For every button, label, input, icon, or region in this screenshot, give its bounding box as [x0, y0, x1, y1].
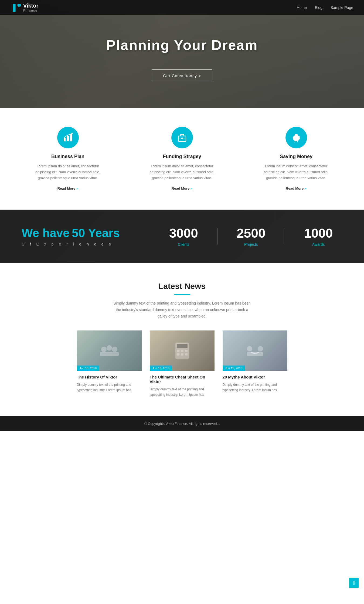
feature-icon-saving: [285, 127, 307, 148]
news-img-0: Jun 15, 2018: [77, 330, 142, 371]
stat-divider-2: [285, 228, 285, 244]
feature-icon-funding: [171, 127, 193, 148]
svg-rect-23: [181, 353, 183, 356]
news-img-1: Jun 15, 2018: [150, 330, 215, 371]
svg-rect-18: [177, 344, 188, 348]
calculator-illustration: [174, 341, 190, 360]
feature-desc-funding: Lorem ipsum dolor sit amet, consectetur …: [147, 163, 217, 181]
stats-left: We have 50 Years O f E x p e r i e n c e…: [22, 226, 144, 246]
read-more-funding[interactable]: Read More: [172, 186, 192, 190]
feature-title-saving: Saving Money: [261, 154, 331, 159]
news-card-title-1: The Ultimate Cheat Sheet On Viktor: [150, 375, 215, 384]
svg-point-13: [101, 347, 107, 352]
svg-rect-19: [177, 350, 179, 352]
nav-links: Home Blog Sample Page: [297, 5, 353, 10]
footer-copyright: © Copyrights ViktorFinance. All rights r…: [5, 422, 359, 426]
stats-years: 50 Years: [72, 226, 120, 240]
news-card-0: Jun 15, 2018 The History Of Viktor Dimpl…: [77, 330, 142, 398]
svg-rect-6: [181, 138, 183, 139]
svg-point-3: [72, 133, 73, 134]
stat-clients: 3000 Clients: [169, 226, 198, 247]
svg-point-15: [112, 347, 117, 352]
stat-clients-label: Clients: [169, 242, 198, 247]
svg-point-26: [258, 346, 263, 352]
svg-rect-27: [247, 352, 263, 356]
news-card-desc-0: Dimply dummy text of the printing and ty…: [77, 382, 142, 393]
svg-line-11: [295, 141, 295, 142]
chart-icon: [63, 132, 73, 143]
news-card-1: Jun 15, 2018 The Ultimate Cheat Sheet On…: [150, 330, 215, 398]
news-card-2: Jun 15, 2018 20 Myths About Viktor Dimpl…: [223, 330, 287, 398]
news-title: Latest News: [16, 282, 348, 291]
nav-home[interactable]: Home: [297, 5, 307, 10]
stats-prefix: We have: [22, 226, 70, 240]
feature-title-business: Business Plan: [33, 154, 103, 159]
hero-title: Planning Your Dream: [106, 37, 258, 53]
read-more-saving[interactable]: Read More: [286, 186, 307, 190]
svg-rect-1: [67, 136, 69, 141]
stat-projects-number: 2500: [237, 226, 266, 241]
logo-text: Viktor Finance: [23, 3, 38, 12]
svg-point-25: [247, 346, 252, 352]
svg-point-10: [295, 138, 295, 138]
svg-line-12: [297, 141, 298, 142]
feature-card-funding: Funding Stragey Lorem ipsum dolor sit am…: [147, 127, 217, 191]
stats-experience: O f E x p e r i e n c e s: [22, 242, 144, 246]
svg-rect-2: [70, 134, 72, 141]
feature-desc-saving: Lorem ipsum dolor sit amet, consectetur …: [261, 163, 331, 181]
footer: © Copyrights ViktorFinance. All rights r…: [0, 416, 364, 431]
news-card-title-2: 20 Myths About Viktor: [223, 375, 287, 379]
stat-projects: 2500 Projects: [237, 226, 266, 247]
svg-rect-20: [181, 350, 183, 352]
logo-tagline: Finance: [23, 9, 38, 12]
nav-blog[interactable]: Blog: [315, 5, 322, 10]
briefcase-icon: [177, 132, 188, 143]
stat-awards-number: 1000: [304, 226, 333, 241]
stat-projects-label: Projects: [237, 242, 266, 247]
stats-right: 3000 Clients 2500 Projects 1000 Awards: [160, 226, 342, 247]
news-date-1: Jun 15, 2018: [150, 366, 172, 371]
features-section: Business Plan Lorem ipsum dolor sit amet…: [0, 108, 364, 210]
logo-icon: ❚❞: [11, 3, 21, 12]
news-img-2: Jun 15, 2018: [223, 330, 287, 371]
news-card-desc-2: Dimply dummy text of the printing and ty…: [223, 382, 287, 393]
news-card-desc-1: Dimply dummy text of the printing and ty…: [150, 387, 215, 398]
stat-clients-number: 3000: [169, 226, 198, 241]
navbar: ❚❞ Viktor Finance Home Blog Sample Page: [0, 0, 364, 15]
hero-section: ❚❞ Viktor Finance Home Blog Sample Page …: [0, 0, 364, 108]
stats-section: We have 50 Years O f E x p e r i e n c e…: [0, 210, 364, 263]
cta-button[interactable]: Get Consultancy >: [152, 69, 212, 82]
svg-rect-0: [64, 138, 66, 141]
news-cards: Jun 15, 2018 The History Of Viktor Dimpl…: [16, 330, 348, 398]
feature-card-saving: Saving Money Lorem ipsum dolor sit amet,…: [261, 127, 331, 191]
news-date-0: Jun 15, 2018: [77, 366, 100, 371]
news-date-2: Jun 15, 2018: [223, 366, 245, 371]
svg-rect-22: [177, 353, 179, 356]
news-section: Latest News Simply dummy text of the pri…: [0, 263, 364, 416]
feature-card-business: Business Plan Lorem ipsum dolor sit amet…: [33, 127, 103, 191]
svg-point-14: [107, 345, 112, 351]
logo: ❚❞ Viktor Finance: [11, 3, 38, 12]
hero-overlay: [0, 0, 364, 108]
news-intro: Simply dummy text of the printing and ty…: [112, 300, 252, 319]
svg-rect-24: [185, 353, 188, 356]
handshake-illustration: [244, 344, 266, 357]
stat-awards-label: Awards: [304, 242, 333, 247]
logo-name: Viktor: [23, 3, 38, 9]
feature-icon-business-plan: [57, 127, 79, 148]
meeting-illustration: [98, 344, 120, 357]
feature-desc-business: Lorem ipsum dolor sit amet, consectetur …: [33, 163, 103, 181]
stat-awards: 1000 Awards: [304, 226, 333, 247]
news-underline: [174, 294, 190, 295]
stat-divider-1: [217, 228, 217, 244]
nav-sample[interactable]: Sample Page: [331, 5, 353, 10]
svg-rect-16: [100, 352, 119, 356]
news-header: Latest News Simply dummy text of the pri…: [16, 282, 348, 319]
news-card-title-0: The History Of Viktor: [77, 375, 142, 379]
piggy-icon: [291, 132, 302, 143]
stats-headline: We have 50 Years: [22, 226, 144, 240]
feature-title-funding: Funding Stragey: [147, 154, 217, 159]
svg-rect-21: [185, 350, 188, 352]
read-more-business[interactable]: Read More: [57, 186, 78, 190]
